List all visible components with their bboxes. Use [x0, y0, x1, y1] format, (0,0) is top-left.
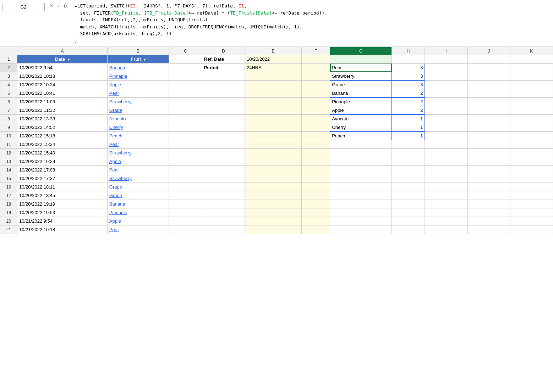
cancel-icon[interactable]: ✕ — [50, 3, 54, 9]
cell-b8[interactable]: Avocato — [107, 115, 169, 123]
cell-b11[interactable]: Pear — [107, 140, 169, 149]
row-num-20: 20 — [0, 217, 17, 225]
cell-i18 — [425, 200, 467, 208]
cell-c5 — [169, 89, 202, 98]
cell-b19[interactable]: Pinnaple — [107, 208, 169, 217]
cell-g9[interactable]: Cherry — [330, 123, 392, 132]
cell-a15[interactable]: 10/20/2022 17:37 — [17, 174, 108, 183]
col-header-g[interactable]: G — [330, 47, 392, 55]
confirm-icon[interactable]: ✓ — [57, 3, 61, 9]
cell-h9[interactable]: 1 — [392, 123, 425, 132]
cell-a7[interactable]: 10/20/2022 11:32 — [17, 106, 108, 115]
cell-h10[interactable]: 1 — [392, 132, 425, 140]
cell-j3 — [467, 72, 510, 81]
cell-a21[interactable]: 10/21/2022 10:18 — [17, 225, 108, 234]
cell-b21[interactable]: Pear — [107, 225, 169, 234]
cell-i1 — [425, 55, 467, 64]
cell-g10[interactable]: Peach — [330, 132, 392, 140]
cell-e2[interactable]: 24HRS — [245, 64, 301, 72]
cell-b7[interactable]: Grape — [107, 106, 169, 115]
cell-g5[interactable]: Banana — [330, 89, 392, 98]
cell-d3 — [202, 72, 245, 81]
cell-a10[interactable]: 10/20/2022 15:18 — [17, 132, 108, 140]
cell-j21 — [467, 225, 510, 234]
cell-b4[interactable]: Apple — [107, 81, 169, 89]
col-header-b[interactable]: B — [107, 47, 169, 55]
cell-f12 — [302, 149, 330, 157]
cell-b20[interactable]: Apple — [107, 217, 169, 225]
cell-g1[interactable] — [330, 55, 392, 64]
cell-a14[interactable]: 10/20/2022 17:03 — [17, 166, 108, 174]
col-header-h[interactable]: H — [392, 47, 425, 55]
cell-b6[interactable]: Strawberry — [107, 98, 169, 106]
cell-a9[interactable]: 10/20/2022 14:52 — [17, 123, 108, 132]
col-b-header[interactable]: Fruit ▾ — [107, 55, 169, 64]
cell-b3[interactable]: Pinnaple — [107, 72, 169, 81]
col-header-k[interactable]: K — [510, 47, 553, 55]
cell-h2[interactable]: 3 — [392, 64, 425, 72]
cell-h3[interactable]: 3 — [392, 72, 425, 81]
col-header-e[interactable]: E — [245, 47, 301, 55]
cell-a4[interactable]: 10/20/2022 10:24 — [17, 81, 108, 89]
filter-icon-fruit[interactable]: ▾ — [144, 58, 146, 61]
cell-a18[interactable]: 10/20/2022 19:19 — [17, 200, 108, 208]
cell-g2[interactable]: Pear — [330, 64, 392, 72]
cell-g11 — [330, 140, 392, 149]
cell-h5[interactable]: 2 — [392, 89, 425, 98]
cell-h7[interactable]: 2 — [392, 106, 425, 115]
cell-a12[interactable]: 10/20/2022 15:40 — [17, 149, 108, 157]
cell-e19 — [245, 208, 301, 217]
cell-a3[interactable]: 10/20/2022 10:18 — [17, 72, 108, 81]
col-header-i[interactable]: I — [425, 47, 467, 55]
cell-b5[interactable]: Pear — [107, 89, 169, 98]
cell-e1[interactable]: 10/20/2022 — [245, 55, 301, 64]
cell-a19[interactable]: 10/20/2022 19:53 — [17, 208, 108, 217]
cell-g3[interactable]: Strawberry — [330, 72, 392, 81]
col-a-header[interactable]: Date ▾ — [17, 55, 108, 64]
cell-b12[interactable]: Strawberry — [107, 149, 169, 157]
cell-b10[interactable]: Peach — [107, 132, 169, 140]
cell-b15[interactable]: Strawberry — [107, 174, 169, 183]
cell-a2[interactable]: 10/20/2022 9:54 — [17, 64, 108, 72]
cell-ref-input[interactable] — [2, 3, 45, 11]
cell-e16 — [245, 183, 301, 191]
col-header-j[interactable]: J — [467, 47, 510, 55]
cell-b14[interactable]: Pear — [107, 166, 169, 174]
cell-a16[interactable]: 10/20/2022 18:11 — [17, 183, 108, 191]
col-header-d[interactable]: D — [202, 47, 245, 55]
cell-h8[interactable]: 1 — [392, 115, 425, 123]
cell-g6[interactable]: Pinnaple — [330, 98, 392, 106]
filter-icon-date[interactable]: ▾ — [68, 58, 70, 61]
cell-a20[interactable]: 10/21/2022 9:54 — [17, 217, 108, 225]
cell-k8 — [510, 115, 553, 123]
cell-c3 — [169, 72, 202, 81]
cell-f21 — [302, 225, 330, 234]
col-header-c[interactable]: C — [169, 47, 202, 55]
cell-b9[interactable]: Cherry — [107, 123, 169, 132]
cell-b2[interactable]: Banana — [107, 64, 169, 72]
col-header-a[interactable]: A — [17, 47, 108, 55]
cell-a8[interactable]: 10/20/2022 13:33 — [17, 115, 108, 123]
row-num-2: 2 — [0, 64, 17, 72]
function-icon[interactable]: fx — [64, 3, 68, 9]
cell-a17[interactable]: 10/20/2022 18:45 — [17, 191, 108, 200]
cell-g8[interactable]: Avocato — [330, 115, 392, 123]
cell-b16[interactable]: Grape — [107, 183, 169, 191]
cell-a13[interactable]: 10/20/2022 16:29 — [17, 157, 108, 166]
cell-k16 — [510, 183, 553, 191]
cell-e5 — [245, 89, 301, 98]
cell-a6[interactable]: 10/20/2022 11:09 — [17, 98, 108, 106]
cell-b13[interactable]: Apple — [107, 157, 169, 166]
table-row: 18 10/20/2022 19:19 Banana — [0, 200, 553, 208]
cell-g4[interactable]: Grape — [330, 81, 392, 89]
col-header-f[interactable]: F — [302, 47, 330, 55]
cell-a5[interactable]: 10/20/2022 10:41 — [17, 89, 108, 98]
cell-h4[interactable]: 3 — [392, 81, 425, 89]
cell-c16 — [169, 183, 202, 191]
cell-h15 — [392, 174, 425, 183]
cell-b17[interactable]: Grape — [107, 191, 169, 200]
cell-h6[interactable]: 2 — [392, 98, 425, 106]
cell-a11[interactable]: 10/20/2022 15:24 — [17, 140, 108, 149]
cell-b18[interactable]: Banana — [107, 200, 169, 208]
cell-g7[interactable]: Apple — [330, 106, 392, 115]
